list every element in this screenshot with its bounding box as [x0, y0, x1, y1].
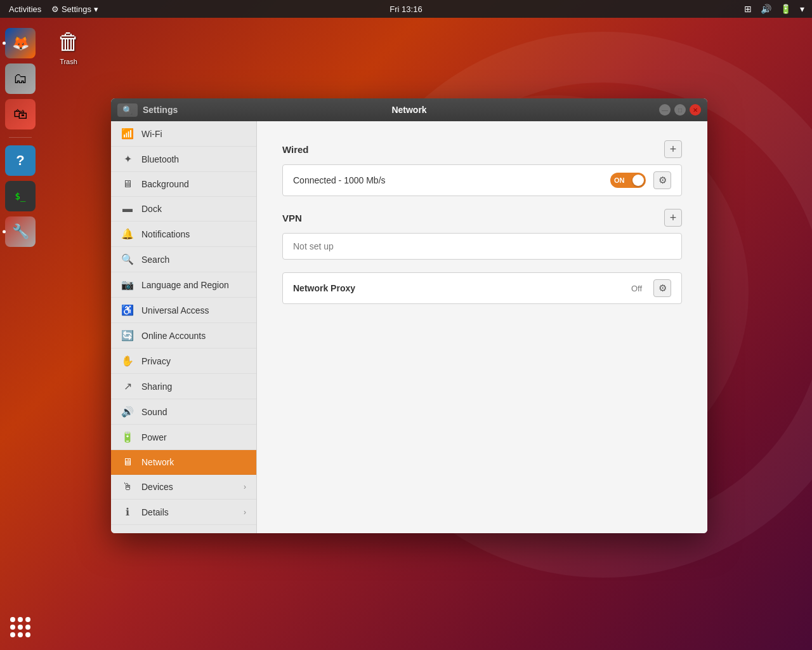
settings-menu-button[interactable]: ⚙ Settings ▾ [48, 3, 102, 15]
firefox-icon: 🦊 [12, 35, 29, 51]
topbar-clock: Fri 13:16 [390, 4, 422, 14]
wired-section-header: Wired + [282, 140, 682, 158]
dock: 🦊 🗂 🛍 ? $_ 🔧 [0, 18, 41, 650]
sidebar-item-label-details: Details [141, 507, 169, 517]
wired-toggle-container: ON [610, 173, 646, 188]
vpn-not-set-label: Not set up [283, 234, 681, 259]
window-controls: — □ ✕ [659, 104, 701, 116]
proxy-settings-button[interactable]: ⚙ [653, 279, 671, 297]
sidebar-item-sound[interactable]: 🔊 Sound [111, 399, 256, 425]
minimize-button[interactable]: — [659, 104, 671, 116]
dock-item-files[interactable]: 🗂 [5, 63, 36, 94]
help-icon: ? [16, 152, 24, 169]
sidebar-item-label-privacy: Privacy [141, 356, 171, 366]
sidebar-item-power[interactable]: 🔋 Power [111, 425, 256, 450]
sharing-icon: ↗ [121, 380, 134, 392]
sidebar-item-label-background: Background [141, 179, 189, 189]
toggle-on-label: ON [614, 176, 625, 184]
maximize-button[interactable]: □ [674, 104, 686, 116]
main-content: Wired + Connected - 1000 Mb/s ON ⚙ [257, 121, 707, 533]
dock-item-system[interactable]: 🔧 [5, 216, 36, 247]
sidebar-item-devices[interactable]: 🖱 Devices › [111, 475, 256, 500]
trash-label: Trash [60, 58, 77, 65]
toggle-knob [632, 175, 644, 186]
sidebar-item-label-dock: Dock [141, 204, 162, 214]
sidebar-item-details[interactable]: ℹ Details › [111, 500, 256, 525]
network-icon: 🖥 [121, 456, 134, 468]
sidebar-item-sharing[interactable]: ↗ Sharing [111, 374, 256, 399]
terminal-icon: $_ [15, 191, 26, 201]
window-body: 📶 Wi-Fi ✦ Bluetooth 🖥 Background ▬ Dock … [111, 121, 707, 533]
window-titlebar: 🔍 Settings Network — □ ✕ [111, 98, 707, 121]
vpn-section-header: VPN + [282, 209, 682, 227]
wired-row: Connected - 1000 Mb/s ON ⚙ [283, 165, 681, 196]
topbar-left: Activities ⚙ Settings ▾ [5, 3, 102, 15]
sidebar-item-network[interactable]: 🖥 Network [111, 450, 256, 475]
sidebar-item-label-network: Network [141, 457, 174, 467]
sidebar-item-dock[interactable]: ▬ Dock [111, 197, 256, 222]
sidebar-item-search[interactable]: 🔍 Search [111, 247, 256, 272]
sidebar-item-label-notifications: Notifications [141, 229, 190, 239]
tray-menu-button[interactable]: ▾ [797, 3, 807, 15]
sidebar-item-label-online: Online Accounts [141, 331, 206, 341]
wired-settings-button[interactable]: ⚙ [653, 171, 671, 189]
sidebar-item-label-language: Language and Region [141, 280, 229, 290]
desktop-trash[interactable]: 🗑 Trash [57, 29, 80, 65]
power-icon: 🔋 [121, 431, 134, 443]
close-button[interactable]: ✕ [690, 104, 701, 116]
wired-title: Wired [282, 144, 309, 155]
devices-icon: 🖱 [121, 481, 134, 493]
universal-icon: ♿ [121, 304, 134, 316]
dock-item-terminal[interactable]: $_ [5, 181, 36, 211]
sidebar-item-privacy[interactable]: ✋ Privacy [111, 348, 256, 374]
wired-toggle[interactable]: ON [610, 173, 646, 188]
sidebar-item-label-sound: Sound [141, 407, 167, 417]
background-icon: 🖥 [121, 178, 134, 190]
show-apps-button[interactable] [5, 612, 36, 642]
wired-add-button[interactable]: + [664, 140, 682, 158]
sidebar-item-label-wifi: Wi-Fi [141, 129, 162, 139]
sidebar-item-label-devices: Devices [141, 482, 173, 492]
sidebar-item-label-universal: Universal Access [141, 305, 209, 315]
settings-window: 🔍 Settings Network — □ ✕ 📶 Wi-Fi ✦ Bluet… [111, 98, 707, 533]
system-icon: 🔧 [12, 223, 29, 240]
sidebar: 📶 Wi-Fi ✦ Bluetooth 🖥 Background ▬ Dock … [111, 121, 257, 533]
dock-item-store[interactable]: 🛍 [5, 99, 36, 129]
nine-dots-icon [10, 617, 30, 637]
sidebar-item-language[interactable]: 📷 Language and Region [111, 272, 256, 298]
wired-card: Connected - 1000 Mb/s ON ⚙ [282, 164, 682, 196]
proxy-row: Network Proxy Off ⚙ [283, 273, 681, 303]
sidebar-item-online[interactable]: 🔄 Online Accounts [111, 323, 256, 348]
bluetooth-icon: ✦ [121, 153, 134, 165]
dock-item-firefox[interactable]: 🦊 [5, 28, 36, 58]
proxy-label: Network Proxy [293, 283, 624, 293]
sidebar-item-universal[interactable]: ♿ Universal Access [111, 298, 256, 323]
topbar: Activities ⚙ Settings ▾ Fri 13:16 ⊞ 🔊 🔋 … [0, 0, 812, 18]
wifi-icon: 📶 [121, 128, 134, 140]
wired-status-label: Connected - 1000 Mb/s [293, 175, 603, 185]
vpn-add-button[interactable]: + [664, 209, 682, 227]
dock-icon: ▬ [121, 203, 134, 215]
store-icon: 🛍 [13, 106, 27, 123]
activities-button[interactable]: Activities [5, 3, 45, 15]
sound-icon: 🔊 [121, 406, 134, 418]
language-icon: 📷 [121, 279, 134, 291]
devices-arrow-icon: › [244, 482, 246, 491]
sidebar-item-label-sharing: Sharing [141, 381, 172, 392]
dock-item-help[interactable]: ? [5, 145, 36, 176]
sidebar-item-bluetooth[interactable]: ✦ Bluetooth [111, 147, 256, 172]
trash-icon: 🗑 [57, 29, 80, 55]
search-icon: 🔍 [122, 105, 133, 115]
sidebar-item-notifications[interactable]: 🔔 Notifications [111, 222, 256, 247]
dock-active-dot [3, 42, 6, 45]
volume-tray-icon[interactable]: 🔊 [758, 3, 774, 15]
sidebar-item-wifi[interactable]: 📶 Wi-Fi [111, 121, 256, 147]
battery-tray-icon[interactable]: 🔋 [778, 3, 794, 15]
privacy-icon: ✋ [121, 355, 134, 367]
titlebar-search[interactable]: 🔍 [117, 103, 138, 117]
sidebar-item-background[interactable]: 🖥 Background [111, 172, 256, 197]
online-icon: 🔄 [121, 329, 134, 342]
sidebar-item-label-bluetooth: Bluetooth [141, 154, 179, 164]
notifications-icon: 🔔 [121, 228, 134, 240]
network-tray-icon[interactable]: ⊞ [742, 3, 754, 15]
